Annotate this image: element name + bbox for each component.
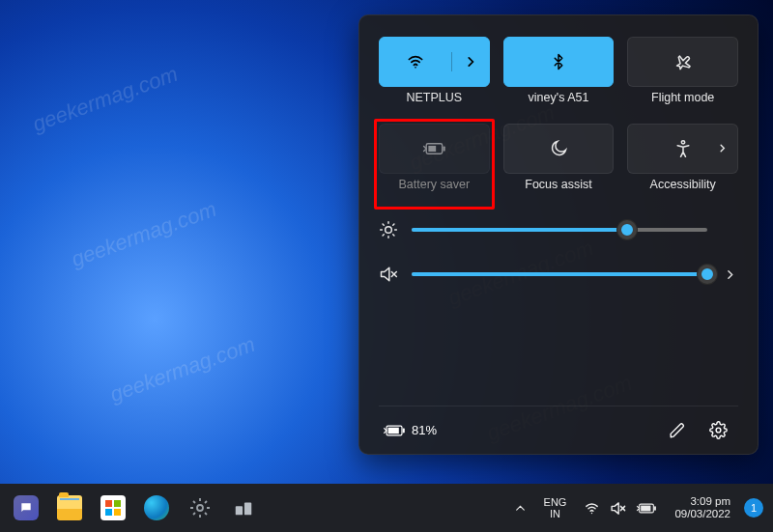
wifi-icon xyxy=(584,500,600,517)
chevron-up-icon xyxy=(514,502,527,515)
accessibility-label: Accessibility xyxy=(627,178,738,191)
svg-rect-9 xyxy=(403,428,405,433)
battery-status[interactable]: 81% xyxy=(383,423,437,437)
focus-assist-label: Focus assist xyxy=(503,178,615,191)
battery-saver-highlight: Battery saver xyxy=(374,119,495,210)
brightness-thumb[interactable] xyxy=(617,220,637,239)
clock-date: 09/03/2022 xyxy=(674,508,730,520)
watermark: geekermag.com xyxy=(106,332,258,407)
taskbar: ENG IN 3:09 pm 09/03/2022 1 xyxy=(0,484,773,532)
svg-point-0 xyxy=(415,67,416,69)
tile-wrapper-focus: Focus assist xyxy=(503,124,615,205)
battery-saver-icon xyxy=(421,141,446,156)
svg-point-15 xyxy=(591,512,592,513)
settings-taskbar-button[interactable] xyxy=(180,488,220,528)
bluetooth-icon xyxy=(550,51,567,72)
brightness-slider[interactable] xyxy=(412,228,707,232)
tile-wrapper-flight: Flight mode xyxy=(627,37,738,118)
clock[interactable]: 3:09 pm 09/03/2022 xyxy=(667,495,738,520)
svg-rect-14 xyxy=(244,503,251,516)
bluetooth-label: viney's A51 xyxy=(503,91,615,104)
chat-icon xyxy=(14,495,39,520)
clock-time: 3:09 pm xyxy=(674,495,730,508)
accessibility-tile[interactable] xyxy=(627,124,738,174)
gear-icon xyxy=(187,495,213,520)
moon-icon xyxy=(549,139,568,158)
wifi-label: NETPLUS xyxy=(379,91,490,104)
watermark: geekermag.com xyxy=(68,197,219,272)
chevron-right-icon xyxy=(724,268,736,281)
wifi-icon xyxy=(406,52,425,71)
notification-badge[interactable]: 1 xyxy=(744,498,763,518)
brightness-fill xyxy=(412,228,627,232)
svg-rect-10 xyxy=(388,427,399,433)
brightness-icon xyxy=(379,220,398,239)
battery-saver-tile[interactable] xyxy=(379,124,490,174)
brightness-row xyxy=(379,220,738,239)
sliders-section xyxy=(379,220,738,309)
taskbar-left xyxy=(6,488,264,528)
svg-rect-19 xyxy=(655,506,657,510)
panel-footer: 81% xyxy=(379,406,738,454)
wifi-expand-button[interactable] xyxy=(452,55,489,69)
microsoft-store-button[interactable] xyxy=(93,488,133,528)
chevron-right-icon xyxy=(464,55,477,69)
battery-percent: 81% xyxy=(412,423,437,437)
battery-charging-icon xyxy=(383,424,406,437)
store-icon xyxy=(100,495,126,520)
wifi-toggle[interactable] xyxy=(380,52,452,71)
taskbar-right: ENG IN 3:09 pm 09/03/2022 1 xyxy=(506,484,763,532)
focus-assist-tile[interactable] xyxy=(503,124,615,174)
volume-thumb[interactable] xyxy=(698,265,717,284)
volume-fill xyxy=(412,272,707,276)
svg-point-12 xyxy=(197,505,203,511)
settings-button[interactable] xyxy=(701,414,734,447)
svg-rect-3 xyxy=(429,146,437,152)
gear-icon xyxy=(709,421,728,439)
volume-slider[interactable] xyxy=(412,272,707,276)
svg-rect-2 xyxy=(444,146,445,151)
notification-count: 1 xyxy=(751,502,757,514)
watermark: geekermag.com xyxy=(29,62,181,137)
tile-wrapper-accessibility: Accessibility xyxy=(627,124,738,205)
volume-mute-icon xyxy=(379,265,398,284)
svg-rect-20 xyxy=(642,505,651,511)
svg-point-11 xyxy=(716,428,721,433)
edge-browser-button[interactable] xyxy=(136,488,177,528)
tile-wrapper-bluetooth: viney's A51 xyxy=(503,37,615,118)
language-region: IN xyxy=(544,508,567,519)
pencil-icon xyxy=(669,422,686,439)
battery-charging-icon xyxy=(636,502,657,515)
flight-mode-tile[interactable] xyxy=(627,37,738,87)
svg-point-4 xyxy=(681,141,684,144)
file-explorer-button[interactable] xyxy=(49,488,90,528)
svg-point-5 xyxy=(386,227,392,234)
tile-wrapper-wifi: NETPLUS xyxy=(379,37,490,118)
quick-settings-panel: NETPLUS viney's A51 Flight mode Battery … xyxy=(358,14,759,455)
volume-row xyxy=(379,265,738,284)
volume-mute-icon xyxy=(610,500,626,517)
airplane-icon xyxy=(673,52,693,71)
volume-output-button[interactable] xyxy=(721,268,738,281)
app-taskbar-button[interactable] xyxy=(223,488,264,528)
flight-mode-label: Flight mode xyxy=(627,91,738,104)
chevron-right-icon xyxy=(717,140,728,157)
tray-chevron[interactable] xyxy=(506,489,534,527)
edge-icon xyxy=(144,495,169,520)
svg-rect-13 xyxy=(236,506,243,515)
folder-icon xyxy=(57,495,82,520)
system-tray[interactable] xyxy=(576,489,665,527)
language-code: ENG xyxy=(544,496,567,508)
app-icon xyxy=(231,495,256,520)
wifi-tile[interactable] xyxy=(379,37,490,87)
chat-taskbar-button[interactable] xyxy=(6,488,46,528)
bluetooth-tile[interactable] xyxy=(503,37,615,87)
accessibility-icon xyxy=(673,139,693,158)
language-indicator[interactable]: ENG IN xyxy=(536,496,575,519)
quick-settings-grid: NETPLUS viney's A51 Flight mode Battery … xyxy=(379,37,738,205)
edit-quick-settings-button[interactable] xyxy=(661,414,694,447)
battery-saver-label: Battery saver xyxy=(379,178,490,191)
